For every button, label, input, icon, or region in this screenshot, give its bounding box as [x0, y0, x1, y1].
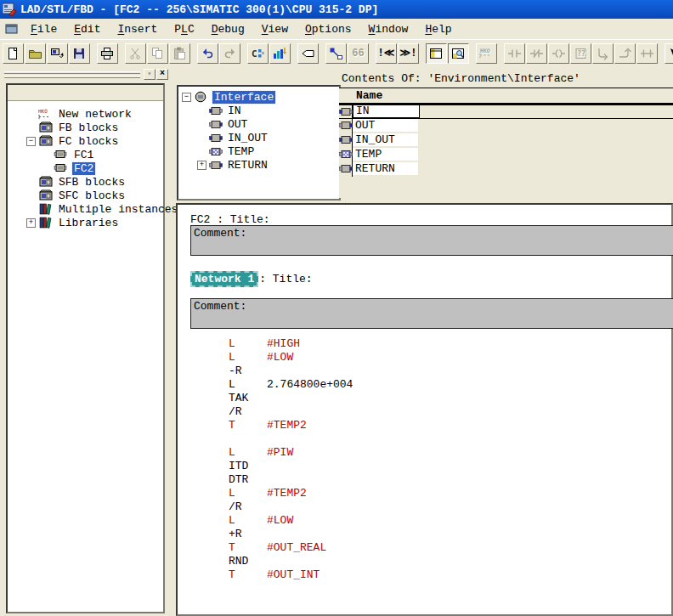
overview-item-fc1[interactable]: FC1: [72, 149, 95, 161]
stl-line[interactable]: ITD: [178, 460, 670, 473]
interface-item-in[interactable]: IN: [226, 105, 243, 117]
dock-menu-button[interactable]: ▾: [144, 69, 156, 80]
symbolic-representation-button[interactable]: [325, 43, 347, 64]
previous-error-button[interactable]: !≪: [376, 43, 397, 64]
menu-view[interactable]: View: [253, 21, 297, 37]
declaration-row-temp[interactable]: TEMP: [339, 148, 673, 162]
stl-line[interactable]: T#TEMP2: [178, 419, 670, 432]
stl-line[interactable]: T#OUT_INT: [178, 568, 670, 582]
block-icon: [54, 149, 69, 161]
interface-item-out[interactable]: OUT: [226, 118, 249, 131]
stl-opcode: /R: [229, 405, 242, 418]
declaration-name-cell[interactable]: RETURN: [353, 162, 418, 175]
overview-pane: ▾ × HKONew networkFB blocks−FC blocksFC1…: [2, 68, 168, 614]
code-editor[interactable]: FC2 : Title: Comment: Network 1 : Title:…: [176, 203, 673, 616]
print-button[interactable]: [97, 43, 118, 64]
save-button[interactable]: [69, 43, 90, 64]
download-button[interactable]: [269, 43, 291, 64]
open-block-button[interactable]: [25, 43, 46, 64]
collapse-toggle[interactable]: −: [182, 93, 191, 102]
interface-item-return[interactable]: RETURN: [226, 159, 269, 172]
next-error-button[interactable]: ≫!: [398, 43, 419, 64]
menu-window[interactable]: Window: [360, 21, 417, 37]
overview-item-new-network[interactable]: New network: [57, 108, 133, 121]
menu-edit[interactable]: Edit: [65, 21, 109, 37]
stl-line[interactable]: +R: [178, 528, 670, 541]
workspace: ▾ × HKONew networkFB blocks−FC blocksFC1…: [0, 66, 673, 616]
expand-toggle[interactable]: +: [26, 218, 36, 228]
interface-item-in-out[interactable]: IN_OUT: [226, 132, 269, 144]
help-button[interactable]: ?: [665, 43, 673, 64]
block-comment-label: Comment:: [194, 227, 246, 240]
declaration-name-cell[interactable]: TEMP: [353, 148, 418, 161]
stl-line[interactable]: /R: [178, 500, 670, 514]
menu-debug[interactable]: Debug: [203, 21, 253, 37]
menu-file[interactable]: File: [22, 21, 65, 37]
overview-item-sfc-blocks[interactable]: SFC blocks: [57, 189, 127, 202]
stl-line[interactable]: [178, 432, 670, 446]
undo-button[interactable]: [197, 43, 218, 64]
declaration-row-return[interactable]: RETURN: [339, 162, 673, 177]
open-online-icon: [50, 47, 65, 60]
tree-row: HKONew network: [8, 107, 163, 121]
coil-button: [548, 43, 569, 64]
declaration-name-cell[interactable]: IN_OUT: [353, 133, 418, 146]
overview-item-fb-blocks[interactable]: FB blocks: [57, 122, 120, 134]
new-block-button[interactable]: [3, 43, 24, 64]
stl-line[interactable]: /R: [178, 405, 670, 419]
blocks-icon: [38, 189, 54, 201]
tree-row: +RETURN: [178, 158, 339, 172]
app-icon: [3, 3, 17, 16]
collapse-toggle[interactable]: −: [26, 137, 36, 146]
stl-line[interactable]: DTR: [178, 473, 670, 487]
menu-options[interactable]: Options: [297, 21, 360, 37]
menu-help[interactable]: Help: [416, 21, 460, 37]
network-header-chip[interactable]: Network 1: [190, 271, 258, 287]
stl-line[interactable]: L#TEMP2: [178, 487, 670, 500]
stl-line[interactable]: L2.764800e+004: [178, 378, 670, 392]
overview-item-libraries[interactable]: Libraries: [57, 217, 120, 229]
stl-code-area[interactable]: L#HIGHL#LOW-RL2.764800e+004TAK/RT#TEMP2L…: [178, 337, 670, 582]
tree-row: SFB blocks: [8, 175, 163, 189]
expand-toggle[interactable]: +: [197, 161, 206, 170]
stl-line[interactable]: TAK: [178, 392, 670, 405]
comment-toggle-button[interactable]: [297, 43, 319, 64]
declaration-row-in[interactable]: IN: [339, 105, 673, 119]
overview-item-fc-blocks[interactable]: FC blocks: [57, 135, 120, 148]
child-window-icon[interactable]: [2, 21, 20, 37]
declaration-row-out[interactable]: OUT: [339, 119, 673, 133]
overview-close-button[interactable]: ×: [156, 69, 168, 80]
menu-insert[interactable]: Insert: [109, 21, 166, 37]
redo-icon: [223, 47, 237, 60]
declaration-name-cell[interactable]: OUT: [353, 119, 418, 132]
overview-panel: HKONew networkFB blocks−FC blocksFC1FC2S…: [6, 83, 165, 613]
stl-line[interactable]: -R: [178, 365, 670, 378]
declaration-name-cell[interactable]: IN: [353, 105, 420, 118]
interface-item-temp[interactable]: TEMP: [226, 145, 256, 158]
tree-indent: [197, 120, 206, 129]
dock-grip-handle[interactable]: [4, 70, 140, 80]
tree-row: FB blocks: [8, 121, 163, 134]
overview-item-sfb-blocks[interactable]: SFB blocks: [57, 176, 127, 189]
block-comment-box[interactable]: Comment:: [190, 225, 673, 256]
network-comment-box[interactable]: Comment:: [190, 298, 673, 329]
view-overview-button[interactable]: [426, 43, 447, 64]
overview-item-fc2[interactable]: FC2: [72, 162, 95, 175]
stl-operand: #LOW: [267, 351, 293, 364]
menu-plc[interactable]: PLC: [166, 21, 202, 37]
stl-line[interactable]: L#LOW: [178, 514, 670, 528]
interface-item-interface[interactable]: Interface: [212, 91, 275, 104]
interface-panel: −InterfaceINOUTIN_OUTTEMP+RETURN: [177, 85, 341, 201]
view-detail-button[interactable]: [448, 43, 469, 64]
stl-line[interactable]: T#OUT_REAL: [178, 541, 670, 555]
call-structure-button[interactable]: C: [247, 43, 269, 64]
stl-line[interactable]: L#PIW: [178, 446, 670, 460]
stl-operand: 2.764800e+004: [267, 378, 353, 391]
toolbar: C66!≪≫!HKO???: [0, 40, 673, 67]
stl-line[interactable]: L#HIGH: [178, 337, 670, 351]
stl-line[interactable]: RND: [178, 555, 670, 568]
stl-line[interactable]: L#LOW: [178, 351, 670, 365]
overview-item-multiple-instances[interactable]: Multiple instances: [57, 203, 179, 216]
declaration-row-in_out[interactable]: IN_OUT: [339, 133, 673, 148]
open-online-button[interactable]: [47, 43, 68, 64]
